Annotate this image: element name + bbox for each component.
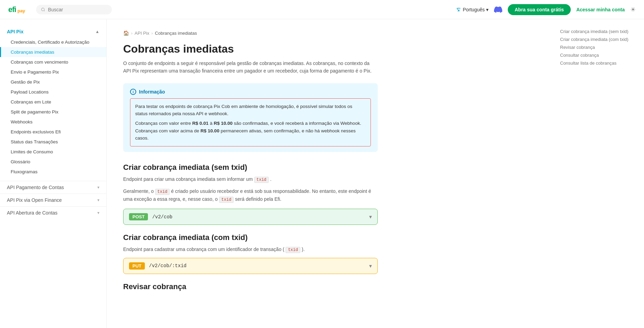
toc-item-consultar[interactable]: Consultar cobrança — [560, 51, 636, 59]
info-box-inner: Para testar os endpoints de cobrança Pix… — [130, 98, 371, 146]
sidebar-item-credenciais-label: Credenciais, Certificado e Autorização — [11, 40, 89, 45]
sidebar-section-api-pix-header[interactable]: API Pix ▲ — [0, 26, 106, 37]
info-line-2-suffix: são confirmadas, e você receberá a infor… — [233, 121, 361, 126]
put-cob-path: /v2/cob/:txid — [149, 263, 186, 269]
breadcrumb-current: Cobranças imediatas — [155, 31, 197, 36]
breadcrumb: 🏠 › API Pix › Cobranças imediatas — [123, 30, 400, 36]
sidebar-item-limites-consumo-label: Limites de Consumo — [11, 149, 53, 154]
theme-toggle-button[interactable]: ☀ — [630, 6, 636, 13]
toc-item-sem-txid[interactable]: Criar cobrança imediata (sem txid) — [560, 28, 636, 35]
sidebar-items-api-pix: Credenciais, Certificado e Autorização C… — [0, 37, 106, 179]
discord-button[interactable] — [494, 6, 502, 14]
toc-item-consultar-lista[interactable]: Consultar lista de cobranças — [560, 59, 636, 67]
access-account-button[interactable]: Acessar minha conta — [576, 7, 625, 12]
sidebar-section-api-pagamento-label: API Pagamento de Contas — [7, 185, 64, 190]
sidebar-section-api-open-finance-label: API Pix via Open Finance — [7, 197, 62, 203]
search-input[interactable] — [48, 7, 107, 12]
sidebar-item-cobracas-lote[interactable]: Cobranças em Lote — [0, 97, 106, 107]
section-desc-com-txid-1: Endpoint para cadastrar uma cobrança com… — [123, 245, 378, 253]
toc-item-com-txid[interactable]: Criar cobrança imediata (com txid) — [560, 35, 636, 43]
main-content: 🏠 › API Pix › Cobranças imediatas Cobran… — [107, 19, 416, 328]
info-box: i Informação Para testar os endpoints de… — [123, 83, 378, 152]
post-method-badge: POST — [129, 213, 148, 220]
section-title-com-txid: Criar cobrança imediata (com txid) — [123, 233, 400, 242]
sidebar-item-cobracas-imediatas[interactable]: Cobranças imediatas — [0, 47, 106, 57]
sidebar: API Pix ▲ Credenciais, Certificado e Aut… — [0, 19, 107, 328]
info-line-1: Para testar os endpoints de cobrança Pix… — [135, 103, 366, 118]
info-line-2-mid: à — [208, 121, 214, 126]
sidebar-item-glossario-label: Glossário — [11, 159, 30, 164]
endpoint-chevron-icon-1: ▾ — [369, 214, 372, 220]
logo-efi-text: efi — [8, 5, 16, 14]
sidebar-item-webhooks[interactable]: Webhooks — [0, 117, 106, 127]
sidebar-item-envio-pagamento-label: Envio e Pagamento Pix — [11, 69, 59, 75]
search-bar[interactable] — [36, 5, 112, 14]
sidebar-item-glossario[interactable]: Glossário — [0, 157, 106, 167]
endpoint-bar-post-cob-left: POST /v2/cob — [129, 213, 172, 220]
section-desc-sem-txid-2: Geralmente, o txid é criado pelo usuário… — [123, 187, 378, 203]
put-method-badge: PUT — [129, 262, 145, 270]
logo-pay-text: pay — [18, 8, 25, 13]
txid-code-1: txid — [254, 177, 269, 183]
toc-item-revisar[interactable]: Revisar cobrança — [560, 43, 636, 51]
info-line-2-prefix: Cobranças com valor entre — [135, 121, 192, 126]
sidebar-item-webhooks-label: Webhooks — [11, 119, 33, 124]
sidebar-item-credenciais[interactable]: Credenciais, Certificado e Autorização — [0, 37, 106, 47]
breadcrumb-api-pix[interactable]: API Pix — [135, 31, 149, 36]
sidebar-item-status-transacoes-label: Status das Transações — [11, 139, 58, 144]
sidebar-item-cobracas-lote-label: Cobranças em Lote — [11, 99, 51, 105]
section-title-sem-txid: Criar cobrança imediata (sem txid) — [123, 163, 400, 172]
home-icon[interactable]: 🏠 — [123, 30, 129, 36]
endpoint-chevron-icon-2: ▾ — [369, 263, 372, 269]
endpoint-bar-put-cob-left: PUT /v2/cob/:txid — [129, 262, 186, 270]
section-desc-sem-txid-1-suffix: . — [269, 176, 271, 182]
endpoint-bar-post-cob[interactable]: POST /v2/cob ▾ — [123, 209, 378, 225]
sidebar-item-cobracas-imediatas-label: Cobranças imediatas — [11, 50, 54, 55]
info-line-3-prefix: Cobranças com valor acima de — [135, 128, 201, 133]
language-button[interactable]: Português ▾ — [456, 7, 489, 12]
post-cob-path: /v2/cob — [152, 214, 172, 220]
toc-sidebar: Criar cobrança imediata (sem txid) Criar… — [560, 28, 636, 67]
chevron-down-icon-2: ▾ — [97, 198, 99, 203]
sidebar-item-gestao-pix[interactable]: Gestão de Pix — [0, 77, 106, 87]
info-box-header: i Informação — [130, 89, 371, 95]
chevron-down-icon-3: ▾ — [97, 210, 99, 215]
translate-icon — [456, 7, 461, 12]
txid-code-4: txid — [286, 247, 300, 253]
info-line-2-bold2: R$ 10.00 — [214, 121, 233, 126]
sidebar-section-api-pagamento[interactable]: API Pagamento de Contas ▾ — [0, 181, 106, 194]
breadcrumb-sep-1: › — [131, 31, 132, 36]
sidebar-item-endpoints-exclusivos[interactable]: Endpoints exclusivos Efi — [0, 127, 106, 137]
endpoint-bar-put-cob[interactable]: PUT /v2/cob/:txid ▾ — [123, 258, 378, 274]
info-box-title: Informação — [139, 89, 165, 95]
sidebar-item-cobracas-vencimento[interactable]: Cobranças com vencimento — [0, 57, 106, 67]
svg-point-0 — [42, 8, 44, 11]
sidebar-item-split-pagamento[interactable]: Split de pagamento Pix — [0, 107, 106, 117]
sidebar-item-limites-consumo[interactable]: Limites de Consumo — [0, 147, 106, 157]
sidebar-section-api-pix-label: API Pix — [7, 29, 23, 34]
sidebar-section-api-pix: API Pix ▲ Credenciais, Certificado e Aut… — [0, 26, 106, 179]
svg-line-1 — [44, 10, 45, 11]
txid-code-3: txid — [219, 197, 234, 203]
chevron-up-icon: ▲ — [95, 29, 99, 34]
open-account-button[interactable]: Abra sua conta grátis — [508, 4, 571, 15]
lang-label: Português — [463, 7, 485, 12]
sidebar-item-fluxogramas[interactable]: Fluxogramas — [0, 167, 106, 177]
discord-icon — [494, 6, 502, 14]
sidebar-section-api-abertura[interactable]: API Abertura de Contas ▾ — [0, 206, 106, 219]
page-title: Cobranças imediatas — [123, 43, 400, 55]
info-line-2: Cobranças com valor entre R$ 0.01 à R$ 1… — [135, 120, 366, 142]
logo: efi pay — [8, 5, 25, 14]
main-layout: API Pix ▲ Credenciais, Certificado e Aut… — [0, 19, 644, 328]
sidebar-item-payload-locations[interactable]: Payload Locations — [0, 87, 106, 97]
sidebar-item-status-transacoes[interactable]: Status das Transações — [0, 137, 106, 147]
sidebar-section-api-abertura-label: API Abertura de Contas — [7, 210, 57, 216]
sidebar-section-api-open-finance[interactable]: API Pix via Open Finance ▾ — [0, 194, 106, 206]
info-line-3-bold: R$ 10.00 — [201, 128, 219, 133]
info-icon: i — [130, 89, 136, 95]
navbar-right: Português ▾ Abra sua conta grátis Acessa… — [456, 4, 636, 15]
sidebar-item-envio-pagamento[interactable]: Envio e Pagamento Pix — [0, 67, 106, 77]
page-description: O conjunto de endpoints a seguir é respo… — [123, 59, 378, 75]
chevron-down-icon-1: ▾ — [97, 185, 99, 190]
sidebar-item-fluxogramas-label: Fluxogramas — [11, 169, 37, 174]
